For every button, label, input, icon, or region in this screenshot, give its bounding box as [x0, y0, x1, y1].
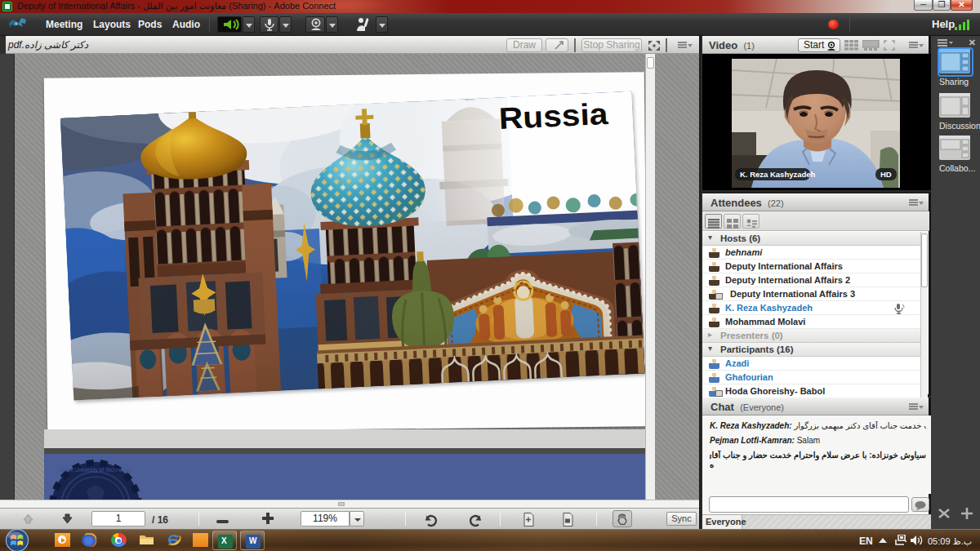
svg-text:HD: HD — [880, 170, 892, 179]
svg-text:K. Reza Kashyzadeh: K. Reza Kashyzadeh — [740, 170, 816, 179]
svg-text:Sharif University of Technolog: Sharif University of Technology — [59, 467, 132, 473]
